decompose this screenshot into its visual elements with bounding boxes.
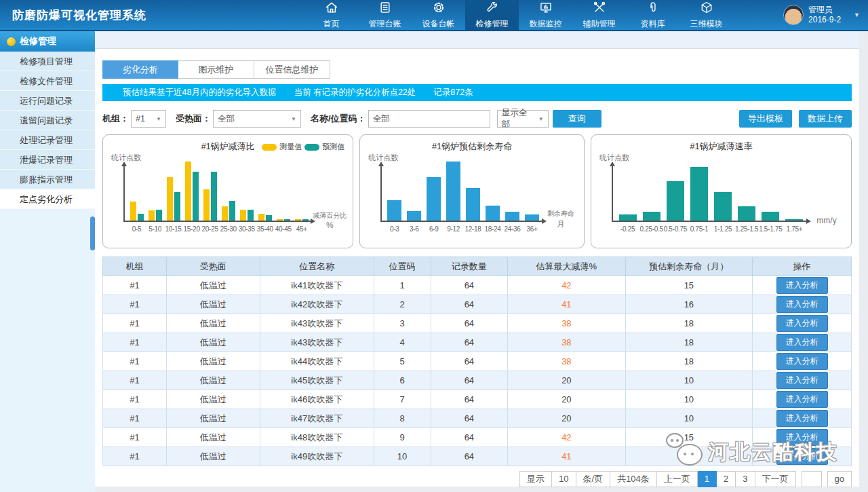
table-cell: 10	[374, 447, 431, 466]
analysis-table: 机组受热面位置名称位置码记录数量估算最大减薄%预估剩余寿命（月）操作 #1低温过…	[102, 257, 852, 466]
table-cell: 低温过	[166, 447, 260, 466]
enter-analysis-button[interactable]: 进入分析	[776, 448, 828, 465]
enter-analysis-button[interactable]: 进入分析	[776, 429, 828, 446]
bar-group-12-18	[463, 188, 483, 221]
table-cell: 41	[508, 447, 625, 466]
enter-analysis-button[interactable]: 进入分析	[776, 296, 828, 313]
export-template-button[interactable]: 导出模板	[739, 110, 792, 128]
page-number-2[interactable]: 2	[717, 471, 736, 487]
enter-analysis-button[interactable]: 进入分析	[776, 410, 828, 427]
table-cell: 38	[508, 333, 625, 352]
table-cell: 低温过	[166, 352, 260, 371]
unit-label: 机组：	[102, 113, 129, 125]
sidebar-header[interactable]: 检修管理	[0, 31, 95, 52]
sidebar-scrollbar-thumb[interactable]	[90, 216, 95, 250]
bar-group-18-24	[483, 206, 502, 221]
chart-plot: 统计点数 0-55-1010-1515-2020-2525-3030-3535-…	[111, 153, 349, 244]
sidebar-item-1[interactable]: 检修项目管理	[0, 52, 95, 71]
column-header: 估算最大减薄%	[508, 257, 625, 276]
surface-select[interactable]: 全部▼	[213, 110, 301, 128]
tab-bar: 劣化分析图示维护位置信息维护	[102, 60, 852, 79]
nav-item-label: 检修管理	[476, 18, 509, 30]
unit-select[interactable]: #1▼	[131, 110, 166, 128]
enter-analysis-button[interactable]: 进入分析	[776, 372, 828, 389]
enter-analysis-button[interactable]: 进入分析	[776, 353, 828, 370]
total-count: 共104条	[610, 471, 657, 487]
action-cell: 进入分析	[753, 352, 852, 371]
table-row: #1低温过ik44吹吹器下5643818进入分析	[103, 352, 852, 371]
user-meta: 管理员 2016-9-2	[808, 5, 841, 25]
sidebar-item-5[interactable]: 处理记录管理	[0, 130, 95, 150]
nav-item-2[interactable]: 管理台账	[358, 0, 412, 30]
table-cell: ik43吹吹器下	[260, 333, 374, 352]
bar-group-24-36	[502, 212, 522, 221]
bar	[130, 202, 136, 221]
chart-plot: 统计点数 0-33-66-99-1212-1818-2424-3636+ 剩余寿…	[368, 153, 580, 244]
query-button[interactable]: 查询	[553, 110, 601, 128]
go-button[interactable]: go	[827, 471, 852, 487]
page-number-1[interactable]: 1	[698, 471, 717, 487]
bar	[156, 210, 162, 221]
yellow-dot-icon	[7, 37, 16, 46]
category-label: 0.75-1	[687, 225, 711, 233]
table-cell: 15	[625, 428, 753, 447]
prev-page-button[interactable]: 上一页	[657, 471, 698, 487]
chevron-down-icon: ▼	[538, 116, 544, 122]
category-label: 0.5-0.75	[663, 225, 687, 233]
sidebar-item-2[interactable]: 检修文件管理	[0, 71, 95, 91]
page-size-select[interactable]: 10	[552, 471, 576, 487]
gear-icon	[432, 1, 446, 18]
user-block[interactable]: 管理员 2016-9-2 ▼	[783, 0, 863, 30]
bar	[643, 212, 660, 221]
top-navbar: 防磨防爆可视化管理系统 首页 管理台账 设备台帐 检修管理 数据监控 辅助管理 …	[0, 0, 868, 31]
bar	[193, 172, 199, 221]
enter-analysis-button[interactable]: 进入分析	[776, 315, 828, 332]
bar	[387, 200, 401, 221]
category-label: 18-24	[483, 225, 502, 233]
nav-item-8[interactable]: 三维模块	[679, 0, 733, 30]
y-axis	[123, 164, 125, 222]
tab-3[interactable]: 位置信息维护	[254, 60, 330, 79]
sidebar-item-7[interactable]: 膨胀指示管理	[0, 170, 95, 189]
bar-group-1.5-1.75	[759, 212, 783, 221]
chevron-down-icon: ▼	[156, 116, 161, 122]
action-cell: 进入分析	[753, 428, 852, 447]
display-select[interactable]: 显示全部▼	[497, 110, 549, 128]
bar-group-10-15	[164, 177, 182, 221]
nav-item-6[interactable]: 辅助管理	[572, 0, 626, 30]
goto-page-input[interactable]	[802, 471, 822, 487]
next-page-button[interactable]: 下一页	[755, 471, 796, 487]
bar-group-0.75-1	[687, 167, 711, 221]
sidebar-item-4[interactable]: 遗留问题记录	[0, 111, 95, 130]
nav-item-5[interactable]: 数据监控	[519, 0, 572, 30]
sidebar-item-3[interactable]: 运行问题记录	[0, 91, 95, 111]
tab-2[interactable]: 图示维护	[178, 60, 254, 79]
nav-item-3[interactable]: 设备台帐	[412, 0, 465, 30]
bar	[619, 214, 637, 221]
bar-group-0.25-0.5	[639, 212, 663, 221]
name-code-input[interactable]	[368, 110, 490, 128]
category-label: -0.25	[616, 225, 639, 233]
nav-item-4[interactable]: 检修管理	[465, 0, 519, 30]
tab-1[interactable]: 劣化分析	[102, 60, 178, 79]
nav-item-7[interactable]: 资料库	[626, 0, 679, 30]
sidebar-item-8[interactable]: 定点劣化分析	[0, 189, 95, 209]
chevron-down-icon[interactable]: ▼	[854, 12, 860, 18]
sub-header-strip	[95, 31, 859, 49]
nav-item-label: 三维模块	[690, 18, 723, 30]
bar	[407, 211, 421, 221]
data-upload-button[interactable]: 数据上传	[799, 110, 852, 128]
column-header: 操作	[753, 257, 852, 276]
table-cell: 64	[431, 371, 508, 390]
enter-analysis-button[interactable]: 进入分析	[776, 391, 828, 408]
nav-item-1[interactable]: 首页	[304, 0, 358, 30]
bar	[258, 214, 264, 221]
bar	[762, 212, 779, 221]
bar-group-5-10	[146, 210, 164, 221]
enter-analysis-button[interactable]: 进入分析	[776, 277, 828, 294]
sidebar-item-6[interactable]: 泄爆记录管理	[0, 150, 95, 170]
table-cell: 18	[625, 314, 753, 333]
category-label: 20-25	[201, 225, 219, 233]
page-number-3[interactable]: 3	[736, 471, 755, 487]
enter-analysis-button[interactable]: 进入分析	[776, 334, 828, 351]
